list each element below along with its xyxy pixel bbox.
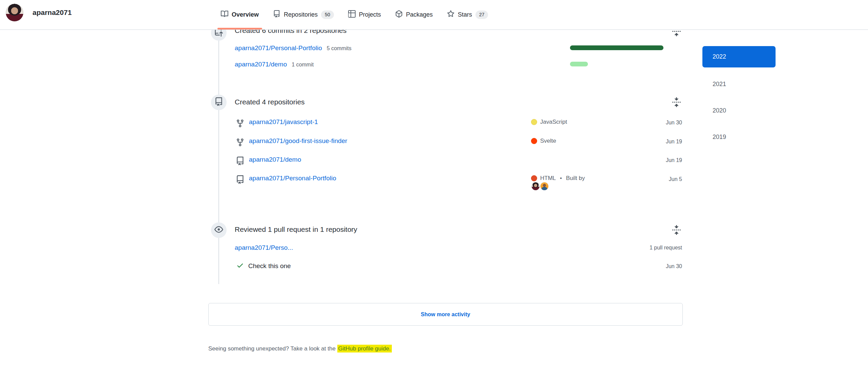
github-profile-guide-link[interactable]: GitHub profile guide. <box>337 345 392 352</box>
repos-section-title: Created 4 repositories <box>235 98 305 106</box>
built-by-avatars <box>532 182 548 190</box>
profile-tab-nav: Overview Repositories 50 Projects Pa <box>217 0 492 29</box>
star-icon <box>447 10 454 19</box>
language-indicator: JavaScript <box>531 119 567 125</box>
repos-section-badge <box>211 95 227 110</box>
timeline-line <box>218 30 219 284</box>
footer-note-text: Seeing something unexpected? Take a look… <box>208 345 337 352</box>
commit-count: 1 commit <box>292 62 314 68</box>
repo-link-demo[interactable]: aparna2071/demo <box>235 61 287 68</box>
tab-repositories[interactable]: Repositories 50 <box>269 0 338 29</box>
activity-date: Jun 19 <box>666 139 682 145</box>
language-indicator: Svelte <box>531 138 556 144</box>
language-indicator: HTML • Built by <box>531 175 585 182</box>
tab-projects[interactable]: Projects <box>344 0 385 29</box>
footer-note: Seeing something unexpected? Take a look… <box>208 345 392 352</box>
repo-icon <box>273 10 280 19</box>
language-label: JavaScript <box>540 119 567 125</box>
book-icon <box>221 10 228 19</box>
review-repo-link[interactable]: aparna2071/Perso... <box>235 244 293 251</box>
fold-icon[interactable] <box>672 97 681 107</box>
project-icon <box>348 10 356 19</box>
profile-avatar[interactable] <box>6 4 23 21</box>
year-nav-2021[interactable]: 2021 <box>713 81 726 88</box>
commit-bar <box>570 45 663 50</box>
repo-icon <box>236 157 245 165</box>
commit-row: aparna2071/Personal-Portfolio 5 commits <box>235 44 352 52</box>
tab-packages[interactable]: Packages <box>391 0 437 29</box>
eye-icon <box>214 225 223 235</box>
builder-avatar[interactable] <box>541 182 548 190</box>
repo-forked-icon <box>236 138 245 147</box>
github-profile-activity-page: Created 6 commits in 2 repositories apar… <box>0 0 868 383</box>
review-title-link[interactable]: Check this one <box>248 262 291 270</box>
language-dot-svelte <box>531 138 537 144</box>
repo-forked-icon <box>236 119 245 128</box>
reviews-section-title: Reviewed 1 pull request in 1 repository <box>235 225 357 234</box>
repo-link-good-first-issue-finder[interactable]: aparna2071/good-first-issue-finder <box>249 137 347 145</box>
tab-label: Packages <box>406 11 433 18</box>
language-dot-javascript <box>531 119 537 125</box>
activity-date: Jun 30 <box>666 120 682 126</box>
commit-row: aparna2071/demo 1 commit <box>235 61 314 68</box>
commit-count: 5 commits <box>327 45 352 52</box>
repo-link-personal-portfolio[interactable]: aparna2071/Personal-Portfolio <box>235 44 322 52</box>
year-nav-2022[interactable]: 2022 <box>702 46 776 67</box>
repo-icon <box>214 97 223 107</box>
tab-label: Overview <box>232 11 259 18</box>
profile-sticky-header: aparna2071 Overview Repositories 50 Pr <box>0 0 868 30</box>
profile-username: aparna2071 <box>33 8 72 17</box>
built-by-label: Built by <box>566 175 585 182</box>
tab-label: Stars <box>458 11 472 18</box>
repo-icon <box>236 175 245 184</box>
year-nav-2019[interactable]: 2019 <box>713 134 726 141</box>
show-more-activity-button[interactable]: Show more activity <box>208 303 683 326</box>
review-item: Check this one <box>236 262 291 270</box>
year-nav-2020[interactable]: 2020 <box>713 107 726 114</box>
builder-avatar[interactable] <box>532 182 539 190</box>
language-label: HTML <box>540 175 556 182</box>
tab-label: Projects <box>359 11 381 18</box>
pull-request-count: 1 pull request <box>650 245 682 251</box>
commit-bar <box>570 62 588 66</box>
tab-stars[interactable]: Stars 27 <box>443 0 492 29</box>
activity-date: Jun 5 <box>669 176 682 182</box>
language-dot-html <box>531 175 537 181</box>
activity-date: Jun 30 <box>666 263 682 269</box>
repo-link-personal-portfolio[interactable]: aparna2071/Personal-Portfolio <box>249 175 336 182</box>
fold-icon[interactable] <box>672 225 681 235</box>
tab-overview[interactable]: Overview <box>217 0 263 29</box>
bullet-separator: • <box>560 175 562 182</box>
repo-link-demo[interactable]: aparna2071/demo <box>249 156 301 163</box>
language-label: Svelte <box>540 138 556 144</box>
repositories-count-badge: 50 <box>321 11 334 19</box>
repo-link-javascript-1[interactable]: aparna2071/javascript-1 <box>249 118 318 126</box>
package-icon <box>395 10 403 19</box>
check-icon <box>236 262 244 270</box>
stars-count-badge: 27 <box>475 11 488 19</box>
tab-label: Repositories <box>284 11 318 18</box>
activity-date: Jun 19 <box>666 157 682 163</box>
reviews-section-badge <box>211 222 227 238</box>
